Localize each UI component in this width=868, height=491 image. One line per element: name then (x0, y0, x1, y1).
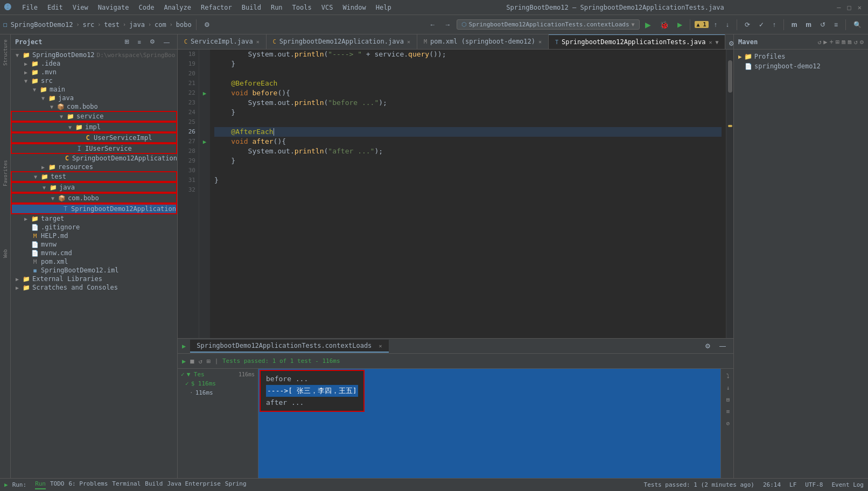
maven-icon-3[interactable]: + (830, 38, 834, 46)
editor-settings[interactable]: ⚙ (725, 38, 733, 49)
status-position[interactable]: 26:14 (763, 481, 781, 488)
gutter-27[interactable]: ▶ (199, 137, 210, 146)
status-tab-build[interactable]: Build (145, 480, 163, 489)
vcs-update[interactable]: ⟳ (741, 19, 753, 30)
navigate-up[interactable]: ↑ (711, 19, 720, 30)
menu-help[interactable]: Help (372, 3, 396, 12)
tree-iuserservice[interactable]: ▶ I IUserService (11, 143, 177, 154)
tab-springbootapp-close[interactable]: ✕ (407, 39, 410, 45)
tree-extlibs[interactable]: ▶ 📁 External Libraries (11, 275, 177, 283)
toolbar-find[interactable]: 🔍 (850, 19, 865, 30)
maven-icon-refresh[interactable]: ↺ (854, 38, 858, 46)
btn-tree[interactable]: ≡ (723, 406, 733, 416)
tab-dropdown[interactable]: ▼ (715, 39, 718, 45)
menu-file[interactable]: File (18, 3, 42, 12)
tree-main[interactable]: ▼ 📁 main (11, 85, 177, 94)
menu-tools[interactable]: Tools (288, 3, 316, 12)
status-tab-terminal[interactable]: Terminal (112, 480, 141, 489)
tab-tests[interactable]: T SpringbootDemo12ApplicationTests.java … (549, 34, 725, 49)
status-tab-run[interactable]: Run (35, 480, 46, 489)
tree-impl[interactable]: ▼ 📁 impl (11, 122, 177, 132)
maven-icon-m[interactable]: m (842, 38, 845, 46)
toolbar-more[interactable]: ≡ (831, 19, 841, 30)
minimize-btn[interactable]: — (835, 4, 843, 11)
run-tab-icon[interactable]: ▶ (178, 342, 190, 350)
tree-target[interactable]: ▶ 📁 target (11, 214, 177, 223)
btn-wrap[interactable]: ⤵ (723, 371, 733, 381)
tree-springboottests[interactable]: ▶ T SpringbootDemo12Application (11, 204, 177, 214)
run-item-sub1[interactable]: ✓ $ 116ms (179, 379, 257, 388)
structure-icon[interactable]: Structure (0, 37, 11, 69)
panel-close[interactable]: — (160, 37, 173, 47)
tree-gitignore[interactable]: ▶ 📄 .gitignore (11, 223, 177, 232)
tab-tests-close[interactable]: ✕ (709, 39, 712, 45)
toolbar-forward[interactable]: → (442, 19, 454, 30)
run-filter-btn[interactable]: ⊞ (207, 357, 211, 365)
run-item-sub2[interactable]: · 116ms (179, 388, 257, 397)
status-event-log[interactable]: Event Log (831, 481, 864, 488)
tree-mvnw[interactable]: ▶ 📄 mvnw (11, 240, 177, 249)
menu-run[interactable]: Run (267, 3, 287, 12)
status-line-ending[interactable]: LF (789, 481, 796, 488)
menu-code[interactable]: Code (135, 3, 159, 12)
tree-test[interactable]: ▼ 📁 test (11, 171, 177, 182)
menu-refactor[interactable]: Refactor (197, 3, 236, 12)
status-tab-todo[interactable]: TODO (50, 480, 65, 489)
debug-button[interactable]: 🐞 (656, 19, 672, 31)
toolbar-m2[interactable]: m (802, 19, 815, 30)
status-tab-spring[interactable]: Spring (225, 480, 247, 489)
menu-window[interactable]: Window (338, 3, 370, 12)
status-run-icon[interactable]: ▶ (4, 481, 8, 488)
tree-java[interactable]: ▼ 📁 java (11, 94, 177, 102)
run-config-selector[interactable]: ⬡ SpringbootDemo12ApplicationTests.conte… (457, 19, 640, 30)
btn-scroll-end[interactable]: ↓ (723, 383, 733, 392)
tab-pom[interactable]: M pom.xml (springboot-demo12) ✕ (417, 34, 549, 49)
run-play-btn[interactable]: ▶ (182, 357, 186, 365)
run-rerun-btn[interactable]: ↺ (198, 357, 202, 365)
tree-help[interactable]: ▶ M HELP.md (11, 232, 177, 240)
tree-root[interactable]: ▼ 📁 SpringBootDemo12 D:\workspace\Spring… (11, 51, 177, 59)
bottom-settings[interactable]: ⚙ (702, 341, 714, 352)
menu-vcs[interactable]: VCS (317, 3, 338, 12)
tree-pomxml[interactable]: ▶ M pom.xml (11, 257, 177, 266)
status-tab-jenterprise[interactable]: Java Enterprise (167, 480, 220, 489)
maven-icon-4[interactable]: ⊞ (836, 38, 839, 46)
tree-scratches[interactable]: ▶ 📁 Scratches and Consoles (11, 283, 177, 292)
menu-navigate[interactable]: Navigate (94, 3, 134, 12)
code-content[interactable]: System.out.println("----> " + service.qu… (210, 50, 726, 338)
maven-profiles[interactable]: ▶ 📁 Profiles (736, 52, 866, 61)
tab-pom-close[interactable]: ✕ (538, 39, 542, 45)
close-btn[interactable]: ✕ (856, 4, 864, 11)
tab-serviceimpl[interactable]: C ServiceImpl.java ✕ (178, 34, 267, 49)
tree-combobo[interactable]: ▼ 📦 com.bobo (11, 102, 177, 111)
toolbar-back[interactable]: ← (426, 19, 439, 30)
panel-collapse[interactable]: ≡ (135, 37, 144, 47)
tree-mvn[interactable]: ▶ 📁 .mvn (11, 68, 177, 76)
btn-print[interactable]: ⊞ (723, 395, 733, 404)
navigate-down[interactable]: ↓ (723, 19, 732, 30)
gutter-22[interactable]: ▶ (199, 88, 210, 98)
maven-icon-1[interactable]: ↺ (817, 38, 821, 46)
tree-iml[interactable]: ▶ ◼ SpringBootDemo12.iml (11, 266, 177, 275)
favorites-icon[interactable]: Favorites (0, 157, 11, 190)
coverage-button[interactable]: ▶ (674, 19, 685, 30)
tab-run[interactable]: SpringbootDemo12ApplicationTests.context… (190, 340, 388, 353)
tree-src[interactable]: ▼ 📁 src (11, 76, 177, 85)
run-button[interactable]: ▶ (642, 19, 654, 31)
bottom-minimize[interactable]: — (716, 341, 729, 352)
menu-edit[interactable]: Edit (43, 3, 67, 12)
tab-run-close[interactable]: ✕ (379, 343, 382, 349)
panel-external[interactable]: ⊞ (121, 37, 132, 47)
toolbar-settings[interactable]: ⚙ (201, 19, 213, 30)
vcs-commit[interactable]: ✓ (755, 19, 767, 30)
maven-icon-settings[interactable]: ⚙ (860, 38, 864, 46)
panel-settings[interactable]: ⚙ (146, 37, 158, 47)
tab-springbootapp[interactable]: C SpringbootDemo12Application.java ✕ (267, 34, 417, 49)
toolbar-refresh[interactable]: ↺ (817, 19, 829, 30)
web-icon[interactable]: Web (0, 246, 11, 262)
run-stop-btn[interactable]: ■ (190, 357, 194, 365)
tree-mvnwcmd[interactable]: ▶ 📄 mvnw.cmd (11, 249, 177, 257)
maven-icon-m2[interactable]: m (848, 38, 851, 46)
menu-analyze[interactable]: Analyze (159, 3, 195, 12)
maven-demo12[interactable]: 📄 springboot-demo12 (736, 61, 866, 71)
